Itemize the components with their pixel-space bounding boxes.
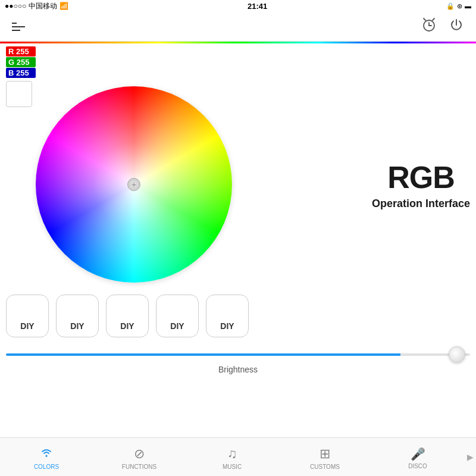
carrier-name: 中国移动 (29, 1, 57, 11)
status-left: ●●○○○ 中国移动 📶 (5, 1, 68, 11)
b-label: B 255 (6, 68, 36, 78)
functions-icon: ⊘ (134, 446, 145, 462)
customs-icon: ⊞ (320, 446, 330, 462)
g-label: G 255 (6, 57, 36, 67)
tab-disco[interactable]: 🎤 DISCO (371, 438, 464, 476)
customs-tab-label: CUSTOMS (310, 464, 340, 470)
brightness-thumb[interactable] (449, 346, 465, 363)
disco-icon: 🎤 (411, 447, 425, 461)
rgb-title: RGB (372, 159, 470, 195)
nav-bar (0, 12, 476, 42)
menu-button[interactable] (12, 23, 25, 31)
rgb-labels: R 255 G 255 B 255 (6, 46, 36, 107)
colors-tab-label: COLORS (34, 464, 59, 470)
svg-line-3 (424, 18, 425, 20)
tab-colors[interactable]: COLORS (0, 438, 93, 476)
diy-button-3[interactable]: DIY (106, 295, 149, 337)
bluetooth-icon: ⊛ (457, 2, 462, 10)
svg-line-4 (433, 18, 434, 20)
brightness-label: Brightness (6, 365, 470, 374)
functions-tab-label: FUNCTIONS (122, 464, 156, 470)
color-preview (6, 81, 32, 107)
rgb-subtitle: Operation Interface (372, 198, 470, 210)
nav-action-icons (421, 17, 464, 36)
tab-arrow: ▶ (464, 438, 476, 476)
r-label: R 255 (6, 46, 36, 57)
colors-icon (39, 446, 54, 462)
signal-dots: ●●○○○ (5, 2, 26, 10)
tab-music[interactable]: ♫ MUSIC (186, 438, 278, 476)
diy-section: DIY DIY DIY DIY DIY (0, 295, 476, 337)
diy-button-4[interactable]: DIY (156, 295, 199, 337)
brightness-slider-wrapper[interactable] (6, 346, 470, 364)
alarm-button[interactable] (421, 17, 437, 36)
tab-bar: COLORS ⊘ FUNCTIONS ♫ MUSIC ⊞ CUSTOMS 🎤 D… (0, 437, 476, 476)
diy-button-5[interactable]: DIY (206, 295, 249, 337)
lock-icon: 🔒 (446, 2, 455, 10)
music-icon: ♫ (227, 446, 237, 462)
wheel-center-handle[interactable]: + (127, 178, 140, 191)
music-tab-label: MUSIC (223, 464, 242, 470)
brightness-track (6, 353, 470, 356)
power-button[interactable] (449, 17, 464, 36)
wheel-area: + RGB Operation Interface (0, 86, 476, 283)
diy-button-2[interactable]: DIY (56, 295, 99, 337)
status-time: 21:41 (248, 2, 267, 11)
status-right: 🔒 ⊛ ▬ (446, 2, 471, 10)
status-bar: ●●○○○ 中国移动 📶 21:41 🔒 ⊛ ▬ (0, 0, 476, 12)
tab-functions[interactable]: ⊘ FUNCTIONS (93, 438, 186, 476)
diy-button-1[interactable]: DIY (6, 295, 49, 337)
wifi-icon: 📶 (60, 2, 68, 10)
disco-tab-label: DISCO (408, 463, 427, 469)
brightness-section: Brightness (0, 346, 476, 374)
rgb-info-panel: RGB Operation Interface (372, 159, 470, 210)
color-wheel-container[interactable]: + (36, 86, 232, 283)
tab-customs[interactable]: ⊞ CUSTOMS (278, 438, 371, 476)
battery-icon: ▬ (465, 2, 471, 10)
